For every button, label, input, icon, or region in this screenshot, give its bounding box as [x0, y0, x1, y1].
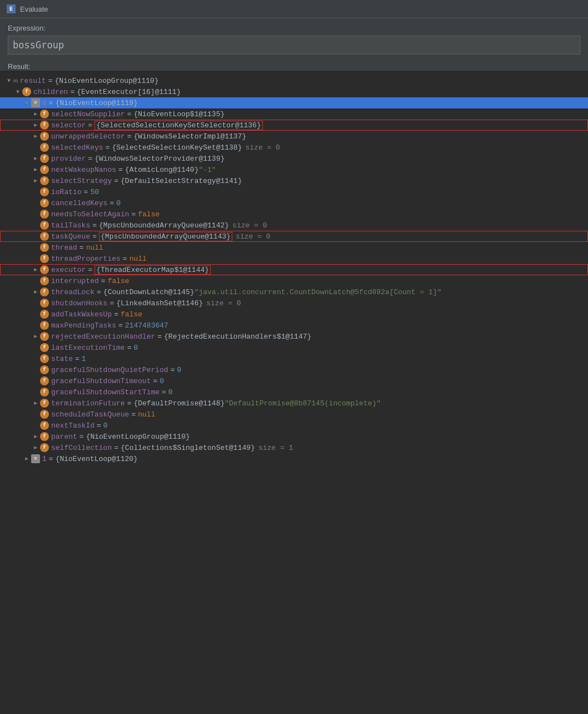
tree-row[interactable]: fmaxPendingTasks=2147483647: [0, 320, 588, 331]
field-name: parent: [51, 433, 77, 441]
field-name: 0: [42, 99, 47, 107]
field-equals: =: [123, 255, 127, 263]
tree-row[interactable]: ►fterminationFuture={DefaultPromise@1148…: [0, 398, 588, 409]
field-icon: f: [40, 243, 49, 252]
tree-container: ▼∞result={NioEventLoopGroup@1110}▼fchild…: [0, 73, 588, 467]
expand-icon[interactable]: ▼: [13, 89, 22, 95]
highlighted-value: {ThreadExecutorMap$1@1144}: [94, 265, 211, 275]
field-icon: f: [40, 421, 49, 430]
expand-icon[interactable]: ►: [31, 167, 40, 173]
expand-icon[interactable]: ►: [31, 445, 40, 451]
tree-row[interactable]: faddTaskWakesUp=false: [0, 309, 588, 320]
tree-row[interactable]: fstate=1: [0, 353, 588, 364]
expand-icon[interactable]: ►: [31, 267, 40, 273]
field-value: {NioEventLoop@1119}: [56, 99, 138, 107]
field-name: scheduledTaskQueue: [51, 410, 129, 419]
tree-row[interactable]: ►fselector={SelectedSelectionKeySetSelec…: [0, 120, 588, 131]
field-name: selectedKeys: [51, 143, 103, 152]
field-name: 1: [42, 455, 47, 463]
field-icon: f: [40, 399, 49, 408]
tree-row[interactable]: ►fselectStrategy={DefaultSelectStrategy@…: [0, 175, 588, 186]
tree-row[interactable]: ►frejectedExecutionHandler={RejectedExec…: [0, 331, 588, 342]
expand-icon[interactable]: ►: [31, 334, 40, 340]
tree-row[interactable]: fgracefulShutdownStartTime=0: [0, 386, 588, 398]
tree-row[interactable]: ►fparent={NioEventLoopGroup@1110}: [0, 431, 588, 442]
field-equals: =: [92, 232, 97, 241]
extra-value: "-1": [198, 166, 216, 174]
field-equals: =: [157, 333, 162, 341]
tree-row[interactable]: fgracefulShutdownQuietPeriod=0: [0, 364, 588, 375]
tree-row[interactable]: fneedsToSelectAgain=false: [0, 209, 588, 220]
extra-value: "DefaultPromise@8b87145(incomplete)": [225, 399, 381, 408]
field-icon: f: [40, 154, 49, 163]
field-equals: =: [88, 155, 92, 163]
expand-icon[interactable]: ►: [31, 434, 40, 440]
tree-row[interactable]: fthread=null: [0, 242, 588, 253]
expand-icon[interactable]: ►: [31, 289, 40, 295]
field-value: {CountDownLatch@1145}: [103, 288, 195, 296]
field-value: false: [108, 277, 129, 285]
field-icon: f: [40, 299, 49, 308]
tree-row[interactable]: ftailTasks={MpscUnboundedArrayQueue@1142…: [0, 220, 588, 231]
tree-row[interactable]: fscheduledTaskQueue=null: [0, 409, 588, 420]
expand-icon[interactable]: ▼: [4, 78, 13, 84]
field-equals: =: [114, 310, 118, 319]
field-value: {DefaultSelectStrategy@1141}: [121, 177, 242, 185]
tree-row[interactable]: ▼∞result={NioEventLoopGroup@1110}: [0, 75, 588, 86]
field-equals: =: [114, 177, 118, 185]
field-equals: =: [127, 344, 132, 352]
expression-input[interactable]: [8, 36, 580, 54]
tree-row[interactable]: ►fselfCollection={Collections$SingletonS…: [0, 442, 588, 453]
tree-row[interactable]: fgracefulShutdownTimeout=0: [0, 375, 588, 386]
tree-row[interactable]: fselectedKeys={SelectedSelectionKeySet@1…: [0, 142, 588, 153]
field-equals: =: [153, 377, 157, 385]
expand-icon[interactable]: ►: [31, 178, 40, 184]
tree-row[interactable]: fshutdownHooks={LinkedHashSet@1146}size …: [0, 298, 588, 309]
field-value: {NioEventLoop@1120}: [56, 455, 138, 463]
field-name: selector: [51, 121, 86, 130]
field-value: 0: [160, 377, 164, 385]
expand-icon[interactable]: ►: [31, 400, 40, 406]
field-value: {SelectedSelectionKeySetSelector@1136}: [96, 121, 261, 130]
tree-row[interactable]: ►fselectNowSupplier={NioEventLoop$1@1135…: [0, 108, 588, 120]
field-value: {WindowsSelectorImpl@1137}: [133, 132, 246, 141]
tree-row[interactable]: ►≡1={NioEventLoop@1120}: [0, 453, 588, 464]
expand-icon[interactable]: ►: [31, 122, 40, 128]
field-name: selectStrategy: [51, 177, 112, 185]
field-icon: f: [40, 143, 49, 152]
tree-row[interactable]: ►fexecutor={ThreadExecutorMap$1@1144}: [0, 264, 588, 275]
expand-icon[interactable]: ►: [31, 111, 40, 117]
tree-row[interactable]: fthreadProperties=null: [0, 253, 588, 264]
tree-row[interactable]: ▼fchildren={EventExecutor[16]@1111}: [0, 86, 588, 97]
field-name: terminationFuture: [51, 399, 125, 408]
tree-row[interactable]: ▼≡0={NioEventLoop@1119}: [0, 97, 588, 108]
field-value: {NioEventLoopGroup@1110}: [86, 433, 190, 441]
field-icon: f: [40, 388, 49, 396]
tree-row[interactable]: finterrupted=false: [0, 275, 588, 286]
field-name: tailTasks: [51, 221, 90, 230]
tree-row[interactable]: fnextTaskId=0: [0, 420, 588, 431]
expand-icon[interactable]: ►: [31, 156, 40, 162]
tree-row[interactable]: ►fprovider={WindowsSelectorProvider@1139…: [0, 153, 588, 164]
field-icon: f: [40, 332, 49, 341]
tree-row[interactable]: ►fthreadLock={CountDownLatch@1145} "java…: [0, 286, 588, 298]
field-value: {MpscUnboundedArrayQueue@1143}: [101, 232, 231, 241]
field-name: selfCollection: [51, 444, 112, 452]
field-equals: =: [171, 366, 175, 374]
tree-row[interactable]: ►funwrappedSelector={WindowsSelectorImpl…: [0, 131, 588, 142]
tree-row[interactable]: ►fnextWakeupNanos={AtomicLong@1140} "-1": [0, 164, 588, 175]
expand-icon[interactable]: ▼: [22, 100, 31, 106]
field-name: result: [20, 77, 46, 85]
field-equals: =: [79, 244, 84, 252]
size-info: size = 0: [245, 143, 280, 152]
tree-row[interactable]: fcancelledKeys=0: [0, 197, 588, 209]
tree-row[interactable]: ftaskQueue={MpscUnboundedArrayQueue@1143…: [0, 231, 588, 242]
tree-row[interactable]: fioRatio=50: [0, 186, 588, 197]
field-icon: f: [40, 132, 49, 141]
expand-icon[interactable]: ►: [22, 456, 31, 462]
field-value: 0: [177, 366, 181, 374]
tree-row[interactable]: flastExecutionTime=0: [0, 342, 588, 353]
field-equals: =: [48, 77, 53, 85]
expand-icon[interactable]: ►: [31, 133, 40, 140]
field-value: {SelectedSelectionKeySet@1138}: [112, 143, 242, 152]
